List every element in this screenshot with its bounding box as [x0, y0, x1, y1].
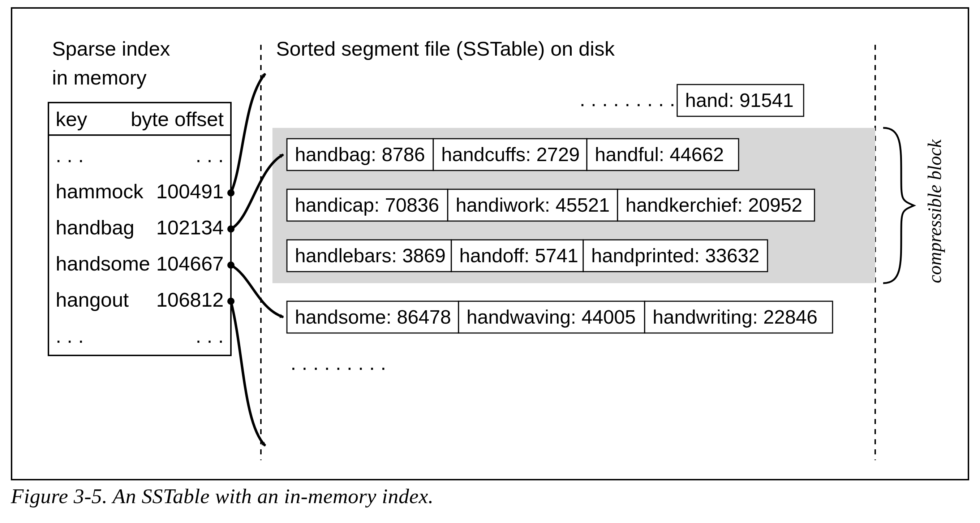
index-ellipsis-top-left: . . .: [56, 144, 84, 167]
index-row-0-key: hammock: [56, 180, 144, 203]
block-cell-2-2: handprinted: 33632: [591, 245, 759, 266]
index-row-1-offset: 102134: [156, 216, 224, 239]
after-cell-1: handwaving: 44005: [466, 306, 636, 327]
block-row-2: handlebars: 3869 handoff: 5741 handprint…: [287, 240, 767, 272]
index-row-3-offset: 106812: [156, 288, 224, 311]
after-row: handsome: 86478 handwaving: 44005 handwr…: [287, 301, 832, 333]
block-row-1: handicap: 70836 handiwork: 45521 handker…: [287, 189, 815, 221]
index-ellipsis-bot-right: . . .: [196, 324, 224, 347]
sstable-title: Sorted segment file (SSTable) on disk: [276, 37, 615, 60]
brace-icon: [883, 128, 914, 283]
after-cell-0: handsome: 86478: [295, 306, 451, 327]
after-dots: . . . . . . . . .: [291, 351, 386, 374]
block-cell-1-1: handiwork: 45521: [456, 194, 609, 216]
after-cell-2: handwriting: 22846: [652, 306, 818, 327]
sparse-index-title-line2: in memory: [52, 66, 146, 89]
figure-caption: Figure 3-5. An SSTable with an in-memory…: [11, 484, 969, 508]
index-row-3-key: hangout: [56, 288, 129, 311]
sparse-index-table: key byte offset . . . . . . hammock 1004…: [48, 103, 231, 355]
arrow-0: [231, 74, 265, 193]
block-row-0: handbag: 8786 handcuffs: 2729 handful: 4…: [287, 139, 738, 170]
entry-hand-text: hand: 91541: [685, 89, 794, 111]
block-cell-1-0: handicap: 70836: [295, 194, 439, 216]
brace-label: compressible block: [924, 139, 945, 283]
index-ellipsis-bot-left: . . .: [56, 324, 84, 347]
diagram-svg: Sparse index in memory Sorted segment fi…: [12, 9, 968, 479]
index-row-1-key: handbag: [56, 216, 134, 239]
arrow-3: [231, 301, 265, 446]
index-ellipsis-top-right: . . .: [196, 144, 224, 167]
block-cell-0-1: handcuffs: 2729: [441, 143, 580, 165]
index-row-2-offset: 104667: [156, 252, 224, 275]
before-dots: . . . . . . . . .: [580, 88, 675, 111]
index-header-offset: byte offset: [131, 108, 224, 130]
block-cell-1-2: handkerchief: 20952: [625, 194, 802, 216]
block-cell-2-0: handlebars: 3869: [295, 245, 445, 266]
block-cell-2-1: handoff: 5741: [459, 245, 578, 266]
index-row-0-offset: 100491: [156, 180, 224, 203]
sparse-index-title-line1: Sparse index: [52, 37, 170, 60]
block-cell-0-0: handbag: 8786: [295, 143, 425, 165]
index-row-2-key: handsome: [56, 252, 150, 275]
block-cell-0-2: handful: 44662: [595, 143, 724, 165]
diagram-frame: Sparse index in memory Sorted segment fi…: [11, 7, 969, 480]
index-header-key: key: [56, 108, 87, 130]
